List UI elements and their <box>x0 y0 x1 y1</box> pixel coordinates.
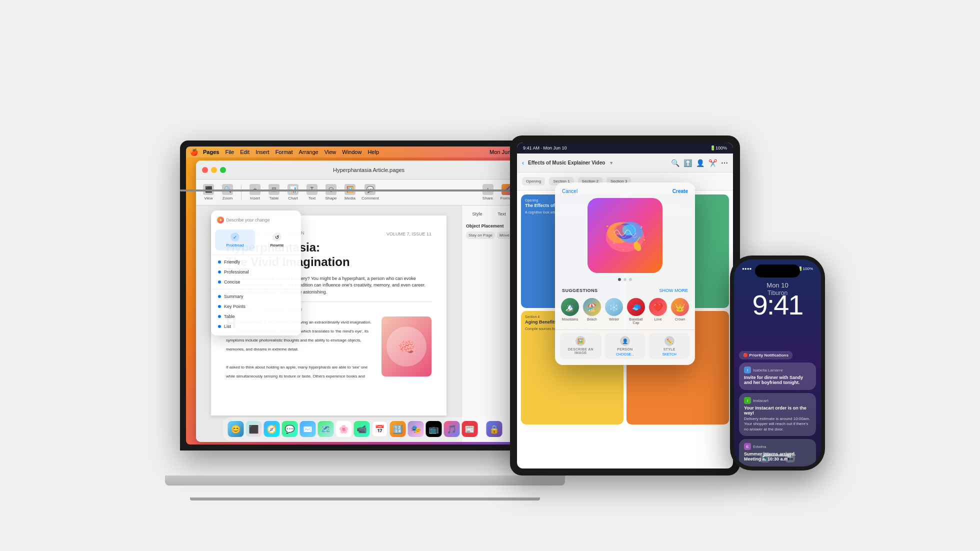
modal-dot-2[interactable] <box>624 278 626 281</box>
wt-item-professional[interactable]: Professional <box>211 267 301 277</box>
suggestion-love[interactable]: ❤️ Love <box>648 298 668 324</box>
iphone-home-area: 🔦 📷 <box>734 452 821 462</box>
dock-icon-news[interactable]: 📰 <box>462 421 478 437</box>
ipad-nav-btn3[interactable]: 👤 <box>696 159 704 167</box>
dock-icon-facetime[interactable]: 📹 <box>354 421 370 437</box>
crown-label: Crown <box>675 318 685 321</box>
ipad-time: 9:41 AM · Mon Jun 10 <box>523 146 567 150</box>
wt-item-summary[interactable]: Summary <box>211 292 301 302</box>
show-more-btn[interactable]: SHOW MORE <box>660 288 688 293</box>
dock-icon-messages[interactable]: 💬 <box>282 421 298 437</box>
style-tab-icon: ✏️ <box>664 336 674 346</box>
dock-icon-masks[interactable]: 🎭 <box>408 421 424 437</box>
menu-help[interactable]: Help <box>368 149 379 155</box>
toolbar-view[interactable]: ⬛ View <box>201 184 216 200</box>
toolbar-table[interactable]: ⊞ Table <box>266 184 282 200</box>
modal-tab-person[interactable]: 👤 PERSON CHOOSE... <box>604 333 646 359</box>
macbook-menubar: 🍎 Pages File Edit Insert Format Arrange … <box>186 146 544 158</box>
modal-header: Cancel Create <box>555 182 695 198</box>
wt-item-keypoints[interactable]: Key Points <box>211 302 301 312</box>
modal-suggestions-header: SUGGESTIONS SHOW MORE <box>555 285 695 296</box>
apple-menu-icon[interactable]: 🍎 <box>190 148 198 156</box>
dock-icon-number10[interactable]: 🔢 <box>390 421 406 437</box>
modal-dots <box>555 278 695 281</box>
svg-text:✦: ✦ <box>606 224 609 228</box>
tab-opening[interactable]: Opening <box>522 177 545 186</box>
ipad-back-icon[interactable]: ‹ <box>522 160 524 166</box>
svg-text:♫: ♫ <box>612 240 616 245</box>
iphone-camera-btn[interactable]: 📷 <box>785 452 795 462</box>
menu-view[interactable]: View <box>324 149 336 155</box>
dock-icon-launchpad[interactable]: ⬛ <box>246 421 262 437</box>
ipad-nav-btn4[interactable]: ✂️ <box>708 159 717 167</box>
suggestion-winter[interactable]: ❄️ Winter <box>604 298 624 324</box>
fullscreen-button[interactable] <box>220 167 226 173</box>
baseball-icon: 🧢 <box>627 298 645 316</box>
dock-icon-music[interactable]: 🎵 <box>444 421 460 437</box>
iphone-body: ●●●● 🔋100% Mon 10 Tiburon 9:41 🔴 Priorit… <box>730 256 825 470</box>
menu-insert[interactable]: Insert <box>256 149 270 155</box>
minimize-button[interactable] <box>211 167 217 173</box>
modal-cancel-btn[interactable]: Cancel <box>562 188 578 194</box>
suggestion-mountains[interactable]: 🏔️ Mountains <box>560 298 580 324</box>
iphone-signal: ●●●● <box>742 266 752 271</box>
menu-window[interactable]: Window <box>342 149 362 155</box>
toolbar-comment[interactable]: 💬 Comment <box>362 184 379 200</box>
rewrite-button[interactable]: ↺ Rewrite <box>257 230 297 250</box>
toolbar-insert[interactable]: + Insert <box>248 184 262 200</box>
dock-icon-maps[interactable]: 🗺️ <box>318 421 334 437</box>
menu-pages[interactable]: Pages <box>203 149 219 155</box>
toolbar-text[interactable]: T Text <box>304 184 320 200</box>
modal-dot-1[interactable] <box>618 278 621 281</box>
ipad-nav-btn5[interactable]: ⋯ <box>721 159 728 167</box>
iphone-battery: 🔋100% <box>798 266 813 271</box>
image-tab-label: DESCRIBE AN IMAGE <box>562 348 600 354</box>
dock-icon-finder[interactable]: 😊 <box>228 421 244 437</box>
suggestion-crown[interactable]: 👑 Crown <box>670 298 690 324</box>
iphone-flashlight-btn[interactable]: 🔦 <box>760 452 770 462</box>
wt-item-list[interactable]: List <box>211 322 301 332</box>
pages-titlebar: Hyperphantasia Article.pages <box>196 160 542 180</box>
ipad-nav-btn1[interactable]: 🔍 <box>671 159 680 167</box>
toolbar-chart[interactable]: 📊 Chart <box>286 184 300 200</box>
wt-dot-professional <box>218 270 221 274</box>
dock-icon-photos[interactable]: 🌸 <box>336 421 352 437</box>
dock-icon-safari[interactable]: 🧭 <box>264 421 280 437</box>
notif-card-isabella[interactable]: I Isabella Lamarre Invite for dinner wit… <box>739 362 816 390</box>
menu-format[interactable]: Format <box>276 149 293 155</box>
dock-icon-mail[interactable]: ✉️ <box>300 421 316 437</box>
suggestion-beach[interactable]: 🏖️ Beach <box>582 298 602 324</box>
wt-divider2 <box>211 289 301 290</box>
notif-card-instacart[interactable]: I Instacart Your Instacart order is on t… <box>739 393 816 436</box>
modal-dot-3[interactable] <box>629 278 632 281</box>
iphone-time: 9:41 <box>734 288 821 321</box>
menu-file[interactable]: File <box>225 149 234 155</box>
modal-suggestions-grid: 🏔️ Mountains 🏖️ Beach ❄️ Winter 🧢 <box>555 296 695 330</box>
toolbar-shape[interactable]: ⬡ Shape <box>324 184 338 200</box>
dock-icon-security[interactable]: 🔒 <box>486 421 502 437</box>
toolbar-zoom[interactable]: 🔍 Zoom <box>220 184 235 200</box>
tab-style[interactable]: Style <box>466 210 488 218</box>
proofread-button[interactable]: ✓ Proofread <box>215 230 255 250</box>
stay-on-page-btn[interactable]: Stay on Page <box>466 232 495 239</box>
modal-tab-style[interactable]: ✏️ STYLE SKETCH <box>648 333 690 359</box>
dock-icon-calendar[interactable]: 📅 <box>372 421 388 437</box>
toolbar-media[interactable]: 🖼️ Media <box>342 184 358 200</box>
ipad-nav-btn2[interactable]: ⬆️ <box>684 159 692 167</box>
dock-icon-appletv[interactable]: 📺 <box>426 421 442 437</box>
image-tab-icon: 🖼️ <box>576 336 586 346</box>
wt-dot-keypoints <box>218 305 221 308</box>
close-button[interactable] <box>202 167 208 173</box>
wt-item-friendly[interactable]: Friendly <box>211 257 301 267</box>
suggestion-baseball-cap[interactable]: 🧢 Baseball Cap <box>626 298 646 324</box>
wt-item-concise[interactable]: Concise <box>211 277 301 287</box>
wt-item-table[interactable]: Table <box>211 312 301 322</box>
modal-tab-image[interactable]: 🖼️ DESCRIBE AN IMAGE <box>560 333 602 359</box>
dynamic-island <box>755 264 800 278</box>
macbook-screen-outer: 🍎 Pages File Edit Insert Format Arrange … <box>180 140 550 450</box>
menu-edit[interactable]: Edit <box>240 149 250 155</box>
modal-create-btn[interactable]: Create <box>672 188 688 194</box>
wt-header: ✦ Describe your change <box>211 214 301 228</box>
menu-arrange[interactable]: Arrange <box>298 149 318 155</box>
toolbar-share[interactable]: ↑ Share <box>480 184 496 200</box>
